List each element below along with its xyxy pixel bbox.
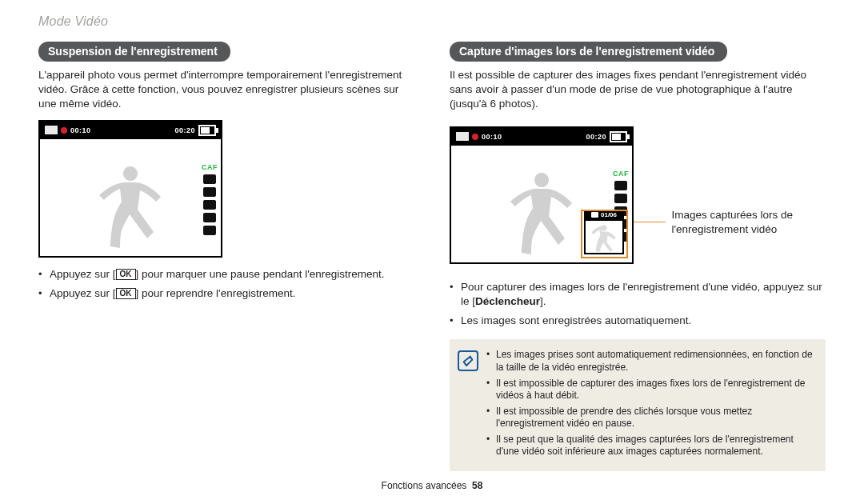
photo-icon <box>45 126 58 134</box>
camera-preview-right: 00:10 00:20 CAF <box>450 126 634 264</box>
left-heading: Suspension de l'enregistrement <box>38 42 230 62</box>
right-heading: Capture d'images lors de l'enregistremen… <box>450 42 727 62</box>
left-bullets: Appuyez sur [OK] pour marquer une pause … <box>38 267 414 301</box>
battery-icon <box>610 131 627 142</box>
caf-indicator: CAF <box>613 170 629 178</box>
page: Mode Vidéo Suspension de l'enregistremen… <box>0 0 864 504</box>
elapsed-time: 00:10 <box>70 126 91 134</box>
camera-topbar: 00:10 00:20 <box>40 122 221 139</box>
ok-icon: OK <box>116 269 136 280</box>
note-item: Il est impossible de capturer des images… <box>486 378 814 402</box>
caf-indicator: CAF <box>202 163 218 171</box>
right-bullets: Pour capturer des images lors de l'enreg… <box>450 280 826 329</box>
right-column: Capture d'images lors de l'enregistremen… <box>450 42 826 471</box>
capture-thumbnail-image <box>584 219 624 254</box>
callout-label: Images capturées lors de l'enregistremen… <box>672 208 834 237</box>
callout-line <box>634 222 666 222</box>
columns: Suspension de l'enregistrement L'apparei… <box>38 42 826 471</box>
right-bullet-1: Pour capturer des images lors de l'enreg… <box>450 280 826 309</box>
note-list: Les images prises sont automatiquement r… <box>486 349 814 462</box>
record-icon <box>61 127 67 134</box>
mic-icon <box>203 200 216 210</box>
capture-counter: 01/06 <box>584 210 624 219</box>
stabilizer-icon <box>614 194 627 203</box>
camera-preview-left: 00:10 00:20 CAF <box>38 120 222 258</box>
section-title: Mode Vidéo <box>38 14 826 29</box>
camera-tiny-icon <box>591 212 598 218</box>
left-bullet-2: Appuyez sur [OK] pour reprendre l'enregi… <box>38 286 414 301</box>
note-icon <box>458 350 478 371</box>
note-item: Il se peut que la qualité des images cap… <box>486 434 814 458</box>
page-number: 58 <box>472 480 482 491</box>
photo-icon <box>456 132 469 141</box>
dancer-silhouette-icon <box>82 160 178 256</box>
camera-topbar: 00:10 00:20 <box>451 128 632 146</box>
stabilizer-icon <box>203 187 216 197</box>
capture-thumbnail: 01/06 <box>584 210 624 254</box>
remaining-time: 00:20 <box>174 126 195 134</box>
camera-main: CAF <box>40 139 221 256</box>
left-column: Suspension de l'enregistrement L'apparei… <box>38 42 414 471</box>
footer: Fonctions avancées 58 <box>0 480 864 491</box>
elapsed-time: 00:10 <box>482 133 502 141</box>
camera-indicator-stack: CAF <box>202 163 218 235</box>
note-item: Les images prises sont automatiquement r… <box>486 349 814 374</box>
note-box: Les images prises sont automatiquement r… <box>450 339 826 471</box>
footer-label: Fonctions avancées <box>382 480 467 491</box>
remaining-time: 00:20 <box>586 133 606 141</box>
camera-preview-wrap: 00:10 00:20 CAF <box>450 118 826 274</box>
battery-icon <box>198 125 216 136</box>
right-intro: Il est possible de capturer des images f… <box>450 68 826 112</box>
ok-icon: OK <box>116 288 136 299</box>
note-item: Il est impossible de prendre des clichés… <box>486 406 814 430</box>
callout: Images capturées lors de l'enregistremen… <box>634 208 834 237</box>
zoom-icon <box>203 213 216 222</box>
hd-badge-icon <box>614 181 627 190</box>
record-icon <box>472 134 478 140</box>
camera-icon <box>203 226 216 235</box>
left-bullet-1: Appuyez sur [OK] pour marquer une pause … <box>38 267 414 282</box>
left-intro: L'appareil photo vous permet d'interromp… <box>38 68 414 112</box>
camera-main: CAF <box>451 146 632 262</box>
right-bullet-2: Les images sont enregistrées automatique… <box>450 314 826 328</box>
dancer-silhouette-icon <box>494 166 590 262</box>
hd-badge-icon <box>203 174 216 184</box>
